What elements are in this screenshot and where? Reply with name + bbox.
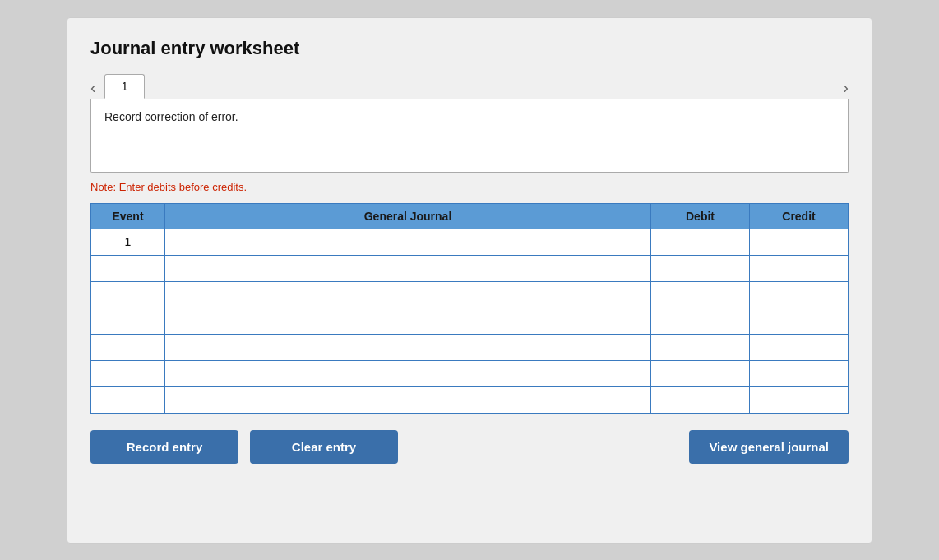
header-debit: Debit xyxy=(651,203,750,229)
journal-input-5[interactable] xyxy=(165,361,650,386)
journal-input-1[interactable] xyxy=(165,256,650,281)
header-event: Event xyxy=(91,203,165,229)
prev-arrow[interactable]: ‹ xyxy=(90,78,96,97)
journal-input-3[interactable] xyxy=(165,308,650,334)
table-row: 1 xyxy=(91,229,849,255)
tab-navigation: ‹ 1 › xyxy=(90,74,849,99)
header-credit: Credit xyxy=(750,203,849,229)
debit-input-1[interactable] xyxy=(651,256,749,281)
credit-cell-2[interactable] xyxy=(750,281,849,308)
record-entry-button[interactable]: Record entry xyxy=(90,430,238,464)
tab-1[interactable]: 1 xyxy=(104,74,146,99)
event-cell-6 xyxy=(91,386,165,413)
header-journal: General Journal xyxy=(165,203,651,229)
credit-cell-3[interactable] xyxy=(750,308,849,334)
journal-input-0[interactable] xyxy=(165,229,650,255)
worksheet-container: Journal entry worksheet ‹ 1 › Record cor… xyxy=(67,17,872,544)
journal-cell-5[interactable] xyxy=(165,360,651,386)
page-title: Journal entry worksheet xyxy=(90,38,849,59)
event-cell-3 xyxy=(91,308,165,334)
debit-cell-0[interactable] xyxy=(651,229,750,255)
next-arrow[interactable]: › xyxy=(843,78,849,97)
clear-entry-button[interactable]: Clear entry xyxy=(250,430,398,464)
table-row xyxy=(91,255,849,281)
debit-cell-6[interactable] xyxy=(651,386,750,413)
description-box: Record correction of error. xyxy=(90,99,849,173)
credit-cell-4[interactable] xyxy=(750,334,849,360)
buttons-row: Record entry Clear entry View general jo… xyxy=(90,430,849,464)
debit-cell-4[interactable] xyxy=(651,334,750,360)
credit-input-6[interactable] xyxy=(750,387,848,413)
event-cell-0: 1 xyxy=(91,229,165,255)
journal-input-4[interactable] xyxy=(165,335,650,360)
table-row xyxy=(91,281,849,308)
debit-cell-2[interactable] xyxy=(651,281,750,308)
view-journal-button[interactable]: View general journal xyxy=(689,430,849,464)
event-cell-1 xyxy=(91,255,165,281)
description-text: Record correction of error. xyxy=(104,110,238,123)
note-text: Note: Enter debits before credits. xyxy=(90,181,849,193)
credit-cell-5[interactable] xyxy=(750,360,849,386)
debit-cell-3[interactable] xyxy=(651,308,750,334)
journal-input-6[interactable] xyxy=(165,387,650,413)
event-cell-2 xyxy=(91,281,165,308)
table-row xyxy=(91,386,849,413)
event-cell-4 xyxy=(91,334,165,360)
credit-input-0[interactable] xyxy=(750,229,848,255)
debit-input-4[interactable] xyxy=(651,335,749,360)
debit-input-5[interactable] xyxy=(651,361,749,386)
credit-input-4[interactable] xyxy=(750,335,848,360)
journal-cell-4[interactable] xyxy=(165,334,651,360)
event-cell-5 xyxy=(91,360,165,386)
debit-input-0[interactable] xyxy=(651,229,749,255)
credit-cell-0[interactable] xyxy=(750,229,849,255)
credit-input-2[interactable] xyxy=(750,282,848,308)
journal-cell-3[interactable] xyxy=(165,308,651,334)
credit-input-5[interactable] xyxy=(750,361,848,386)
credit-cell-6[interactable] xyxy=(750,386,849,413)
credit-input-3[interactable] xyxy=(750,308,848,334)
debit-input-2[interactable] xyxy=(651,282,749,308)
credit-cell-1[interactable] xyxy=(750,255,849,281)
table-row xyxy=(91,308,849,334)
journal-cell-0[interactable] xyxy=(165,229,651,255)
debit-cell-1[interactable] xyxy=(651,255,750,281)
credit-input-1[interactable] xyxy=(750,256,848,281)
table-row xyxy=(91,334,849,360)
debit-cell-5[interactable] xyxy=(651,360,750,386)
journal-cell-6[interactable] xyxy=(165,386,651,413)
debit-input-3[interactable] xyxy=(651,308,749,334)
journal-cell-1[interactable] xyxy=(165,255,651,281)
table-row xyxy=(91,360,849,386)
debit-input-6[interactable] xyxy=(651,387,749,413)
journal-cell-2[interactable] xyxy=(165,281,651,308)
journal-table: Event General Journal Debit Credit 1 xyxy=(90,203,849,414)
journal-input-2[interactable] xyxy=(165,282,650,308)
